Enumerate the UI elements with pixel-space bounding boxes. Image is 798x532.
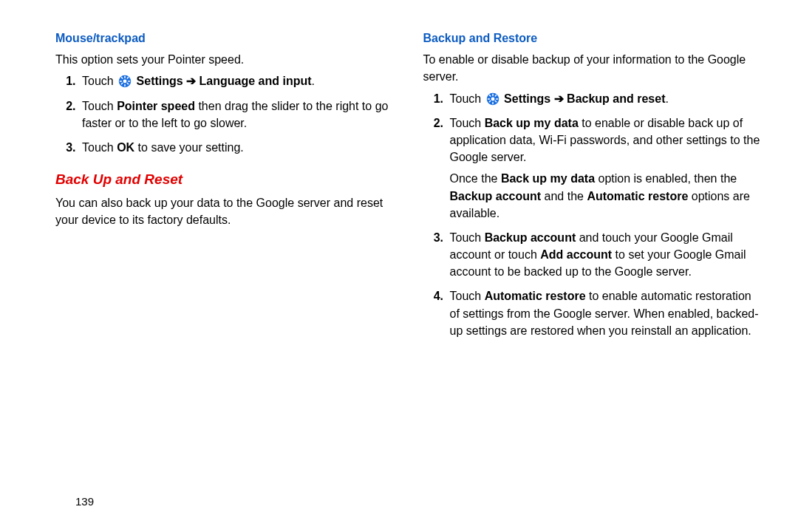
svg-rect-2	[124, 76, 126, 78]
svg-rect-12	[492, 93, 494, 95]
svg-rect-5	[128, 81, 130, 83]
svg-rect-4	[120, 81, 122, 83]
right-column: Backup and Restore To enable or disable …	[423, 30, 762, 347]
svg-rect-14	[488, 98, 490, 100]
steps-mouse-trackpad: Touch Settings ➔ Language and input.Touc…	[55, 72, 394, 156]
step-item: Touch Settings ➔ Backup and reset.	[447, 90, 762, 107]
step-followon: Once the Back up my data option is enabl…	[450, 170, 762, 222]
intro-right: To enable or disable backup of your info…	[423, 51, 762, 85]
step-item: Touch Backup account and touch your Goog…	[447, 229, 762, 281]
heading-mouse-trackpad: Mouse/trackpad	[55, 30, 394, 47]
intro-left: This option sets your Pointer speed.	[55, 51, 394, 68]
step-item: Touch Back up my data to enable or disab…	[447, 115, 762, 222]
heading-backup-restore: Backup and Restore	[423, 30, 762, 47]
step-item: Touch Pointer speed then drag the slider…	[79, 98, 394, 132]
body-backup-reset: You can also back up your data to the Go…	[55, 194, 394, 228]
step-item: Touch Automatic restore to enable automa…	[447, 287, 762, 339]
svg-rect-13	[492, 102, 494, 104]
manual-page: Mouse/trackpad This option sets your Poi…	[0, 0, 798, 347]
heading-backup-reset: Back Up and Reset	[55, 169, 394, 190]
left-column: Mouse/trackpad This option sets your Poi…	[55, 30, 394, 347]
svg-point-1	[123, 80, 127, 83]
page-number: 139	[75, 494, 94, 510]
steps-backup-restore: Touch Settings ➔ Backup and reset.Touch …	[423, 90, 762, 339]
svg-rect-3	[124, 85, 126, 87]
svg-rect-15	[496, 98, 498, 100]
step-item: Touch Settings ➔ Language and input.	[79, 72, 394, 89]
svg-point-11	[491, 97, 494, 100]
settings-gear-icon	[118, 75, 132, 88]
step-item: Touch OK to save your setting.	[79, 139, 394, 156]
settings-gear-icon	[486, 92, 499, 106]
